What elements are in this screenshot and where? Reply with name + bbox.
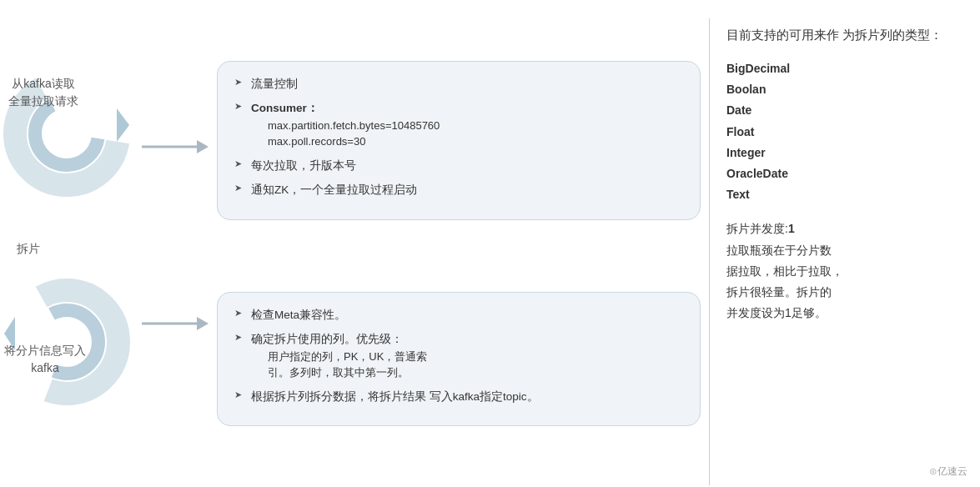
arrow-top [142,138,209,155]
top-box-item-1: 流量控制 [234,75,683,93]
main-container: 从kafka读取全量拉取请求 拆片 将分片信息写入kafka 流量控制 [0,0,980,487]
diagram-section: 从kafka读取全量拉取请求 拆片 将分片信息写入kafka 流量控制 [0,8,709,479]
info-description: 拆片并发度:1 拉取瓶颈在于分片数 据拉取，相比于拉取， 拆片很轻量。拆片的 并… [726,218,952,324]
label-bottom: 将分片信息写入kafka [4,342,86,377]
type-Boolan: Boolan [726,79,952,100]
label-bottom-text: 将分片信息写入kafka [4,344,86,374]
label-middle: 拆片 [17,242,40,257]
bottom-content-box: 检查Meta兼容性。 确定拆片使用的列。优先级： 用户指定的列，PK，UK，普通… [217,292,701,427]
bottom-box-item-1: 检查Meta兼容性。 [234,306,683,324]
top-box-item-4: 通知ZK，一个全量拉取过程启动 [234,181,683,199]
type-Text: Text [726,184,952,205]
label-top-text: 从kafka读取全量拉取请求 [8,77,78,108]
arrow-bottom [142,315,209,332]
svg-marker-4 [117,108,129,142]
bottom-box-item-3: 根据拆片列拆分数据，将拆片结果 写入kafka指定topic。 [234,388,683,406]
left-wrapper: 从kafka读取全量拉取请求 拆片 将分片信息写入kafka [0,8,133,479]
bottom-box-item-2: 确定拆片使用的列。优先级： 用户指定的列，PK，UK，普通索 引。多列时，取其中… [234,330,683,381]
type-Integer: Integer [726,143,952,163]
arrows-section [133,8,217,479]
svg-point-2 [35,102,98,165]
top-box-item-3: 每次拉取，升版本号 [234,157,683,175]
info-title: 目前支持的可用来作 为拆片列的类型： [726,25,952,45]
info-section: 目前支持的可用来作 为拆片列的类型： BigDecimal Boolan Dat… [710,8,968,479]
bottom-box-list: 检查Meta兼容性。 确定拆片使用的列。优先级： 用户指定的列，PK，UK，普通… [234,306,683,406]
type-Float: Float [726,122,952,143]
logo: ⊙亿速云 [929,464,967,479]
column-indent: 用户指定的列，PK，UK，普通索 引。多列时，取其中第一列。 [251,349,683,381]
type-Date: Date [726,100,952,121]
type-list: BigDecimal Boolan Date Float Integer Ora… [726,58,952,205]
top-box-item-2: Consumer： max.partition.fetch.bytes=1048… [234,99,683,150]
top-content-box: 流量控制 Consumer： max.partition.fetch.bytes… [217,61,701,220]
top-box-list: 流量控制 Consumer： max.partition.fetch.bytes… [234,75,683,199]
consumer-indent: max.partition.fetch.bytes=10485760 max.p… [251,118,683,150]
type-BigDecimal: BigDecimal [726,58,952,79]
label-top: 从kafka读取全量拉取请求 [8,75,78,110]
type-OracleDate: OracleDate [726,163,952,184]
boxes-section: 流量控制 Consumer： max.partition.fetch.bytes… [217,8,709,479]
